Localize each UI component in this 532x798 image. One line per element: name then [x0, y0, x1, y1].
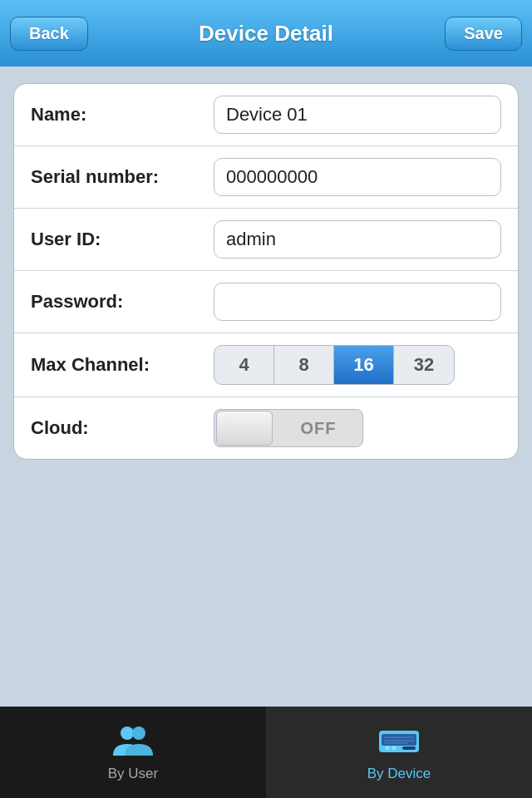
serial-input[interactable]	[214, 158, 501, 196]
max-channel-row: Max Channel: 4 8 16 32	[14, 333, 518, 397]
page-title: Device Detail	[199, 21, 333, 47]
toggle-off-label: OFF	[274, 419, 362, 438]
cloud-toggle[interactable]: OFF	[214, 409, 363, 447]
name-label: Name:	[31, 104, 214, 126]
channel-16-btn[interactable]: 16	[334, 346, 394, 384]
userid-input[interactable]	[214, 220, 501, 259]
max-channel-label: Max Channel:	[31, 354, 214, 376]
content-area: Name: Serial number: User ID: Password: …	[0, 66, 532, 707]
svg-point-5	[392, 746, 397, 751]
channel-8-btn[interactable]: 8	[274, 346, 334, 384]
serial-row: Serial number:	[14, 146, 518, 209]
tab-by-device[interactable]: By Device	[266, 707, 532, 798]
max-channel-segmented: 4 8 16 32	[214, 345, 455, 385]
userid-label: User ID:	[31, 229, 214, 250]
tab-by-user[interactable]: By User	[0, 707, 266, 798]
password-row: Password:	[14, 271, 518, 333]
cloud-row: Cloud: OFF	[14, 397, 518, 459]
form-card: Name: Serial number: User ID: Password: …	[13, 83, 519, 460]
svg-point-1	[132, 727, 145, 740]
userid-row: User ID:	[14, 209, 518, 271]
header: Back Device Detail Save	[0, 0, 532, 66]
save-button[interactable]: Save	[445, 17, 522, 51]
svg-rect-6	[402, 746, 416, 750]
tab-by-device-label: By Device	[367, 766, 431, 782]
by-user-icon	[111, 722, 155, 761]
back-button[interactable]: Back	[10, 17, 88, 51]
cloud-label: Cloud:	[31, 417, 214, 439]
toggle-knob	[216, 411, 273, 446]
channel-4-btn[interactable]: 4	[214, 346, 274, 384]
tab-by-user-label: By User	[108, 766, 158, 782]
svg-rect-3	[382, 734, 416, 746]
svg-point-0	[121, 727, 134, 740]
password-label: Password:	[31, 291, 214, 313]
channel-32-btn[interactable]: 32	[394, 346, 454, 384]
name-row: Name:	[14, 84, 518, 146]
serial-label: Serial number:	[31, 166, 214, 188]
tab-bar: By User By Device	[0, 707, 532, 798]
svg-point-4	[386, 746, 390, 751]
name-input[interactable]	[214, 96, 501, 134]
by-device-icon	[377, 722, 421, 761]
password-input[interactable]	[214, 283, 501, 321]
